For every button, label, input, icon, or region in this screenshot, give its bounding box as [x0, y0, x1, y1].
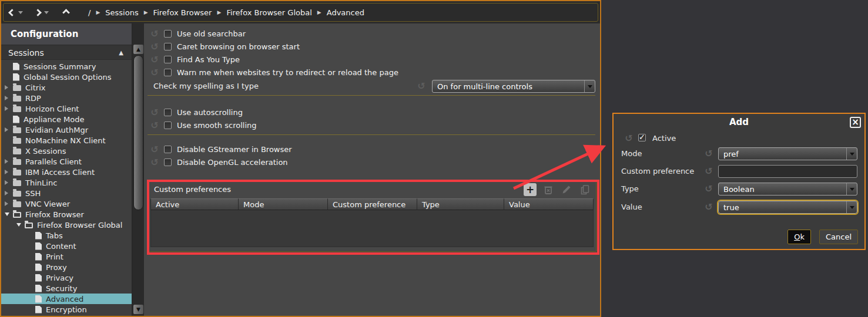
- revert-icon[interactable]: ↺: [415, 80, 427, 92]
- tree-item-ssh[interactable]: SSH: [1, 188, 132, 198]
- tree-item-nomachine-nx-client[interactable]: NoMachine NX Client: [1, 135, 132, 146]
- table-body-empty[interactable]: [150, 210, 594, 247]
- expand-arrow-icon[interactable]: [5, 127, 13, 132]
- scroll-down-button[interactable]: ▼: [133, 305, 143, 314]
- expand-arrow-icon[interactable]: [5, 170, 13, 174]
- separator: [148, 134, 595, 135]
- sidebar-scrollbar[interactable]: ▲ ▼: [132, 23, 144, 316]
- tree-item-sessions-summary[interactable]: Sessions Summary: [1, 61, 132, 72]
- close-icon: ×: [852, 117, 859, 127]
- tree-item-rdp[interactable]: RDP: [1, 93, 132, 103]
- folder-icon: [13, 85, 21, 91]
- spell-check-dropdown[interactable]: On for multi-line controls: [432, 80, 595, 93]
- revert-icon[interactable]: ↺: [149, 157, 160, 168]
- expand-arrow-icon[interactable]: [5, 191, 13, 195]
- tree-item-horizon-client[interactable]: Horizon Client: [1, 103, 132, 114]
- ok-button[interactable]: Ok: [787, 230, 811, 244]
- revert-icon[interactable]: ↺: [149, 67, 160, 78]
- caret-browsing-checkbox[interactable]: [164, 43, 172, 50]
- use-smooth-scrolling-checkbox[interactable]: [164, 122, 172, 129]
- collapse-arrow-icon[interactable]: [16, 223, 25, 227]
- dropdown-arrow-icon[interactable]: [846, 148, 857, 160]
- breadcrumb-root[interactable]: /: [88, 8, 91, 17]
- tree-item-firefox-browser-global[interactable]: Firefox Browser Global: [1, 220, 132, 230]
- expand-arrow-icon[interactable]: [5, 96, 13, 100]
- forward-button[interactable]: [35, 1, 49, 23]
- revert-icon[interactable]: ↺: [623, 133, 635, 144]
- revert-icon[interactable]: ↺: [703, 201, 715, 213]
- dropdown-arrow-icon[interactable]: [584, 80, 595, 92]
- tree-item-global-session-options[interactable]: Global Session Options: [1, 72, 132, 82]
- up-button[interactable]: [63, 1, 69, 23]
- sort-ascending-icon[interactable]: ▲: [119, 45, 123, 60]
- scroll-up-button[interactable]: ▲: [133, 45, 143, 54]
- copy-preference-button[interactable]: [578, 183, 591, 196]
- breadcrumb-item-firefox-browser-global[interactable]: Firefox Browser Global: [226, 8, 311, 17]
- tree-item-firefox-browser[interactable]: Firefox Browser: [1, 209, 132, 220]
- revert-icon[interactable]: ↺: [149, 144, 160, 155]
- delete-preference-button[interactable]: [542, 183, 555, 196]
- active-checkbox[interactable]: [638, 134, 646, 141]
- tree-item-parallels-client[interactable]: Parallels Client: [1, 156, 132, 167]
- expand-arrow-icon[interactable]: [5, 180, 13, 185]
- expand-arrow-icon[interactable]: [5, 85, 13, 90]
- tree-item-thinlinc[interactable]: ThinLinc: [1, 177, 132, 188]
- tree-item-x-sessions[interactable]: X Sessions: [1, 146, 132, 156]
- expand-arrow-icon[interactable]: [5, 106, 13, 111]
- tree-item-proxy[interactable]: Proxy: [1, 262, 132, 272]
- disable-opengl-checkbox[interactable]: [164, 158, 172, 166]
- folder-icon: [13, 180, 21, 186]
- revert-icon[interactable]: ↺: [703, 166, 715, 177]
- close-button[interactable]: ×: [850, 117, 861, 128]
- find-as-you-type-checkbox[interactable]: [164, 56, 172, 63]
- breadcrumb-item-sessions[interactable]: Sessions: [105, 8, 138, 17]
- tree-item-evidian-authmgr[interactable]: Evidian AuthMgr: [1, 124, 132, 135]
- expand-arrow-icon[interactable]: [5, 201, 13, 206]
- revert-icon[interactable]: ↺: [149, 41, 160, 52]
- expand-arrow-icon[interactable]: [5, 159, 13, 164]
- collapse-arrow-icon[interactable]: [5, 213, 13, 216]
- custom-preference-input[interactable]: [718, 165, 857, 178]
- revert-icon[interactable]: ↺: [149, 28, 160, 39]
- dialog-title: Add: [614, 117, 864, 127]
- revert-icon[interactable]: ↺: [149, 120, 160, 131]
- column-header-custom-preference[interactable]: Custom preference: [328, 198, 417, 210]
- tree-item-content[interactable]: Content: [1, 241, 132, 251]
- breadcrumb-item-firefox-browser[interactable]: Firefox Browser: [153, 8, 212, 17]
- tree-item-advanced[interactable]: Advanced: [1, 294, 132, 304]
- tree-item-print[interactable]: Print: [1, 251, 132, 262]
- value-dropdown[interactable]: true: [718, 201, 857, 214]
- column-header-active[interactable]: Active: [150, 198, 239, 210]
- type-dropdown[interactable]: Boolean: [718, 183, 857, 195]
- column-header-value[interactable]: Value: [504, 198, 594, 210]
- sidebar-group-header-sessions[interactable]: Sessions ▲: [1, 45, 132, 60]
- tree-item-appliance-mode[interactable]: Appliance Mode: [1, 114, 132, 124]
- mode-dropdown[interactable]: pref: [718, 147, 857, 160]
- revert-icon[interactable]: ↺: [149, 54, 160, 65]
- scrollbar-thumb[interactable]: [133, 55, 143, 210]
- sidebar-title: Configuration: [1, 23, 132, 45]
- cancel-button[interactable]: Cancel: [819, 230, 858, 244]
- disable-gstreamer-checkbox[interactable]: [164, 146, 172, 153]
- edit-preference-button[interactable]: [560, 183, 573, 196]
- warn-redirect-checkbox[interactable]: [164, 69, 172, 76]
- column-header-type[interactable]: Type: [417, 198, 504, 210]
- use-autoscrolling-checkbox[interactable]: [164, 109, 172, 116]
- tree-item-tabs[interactable]: Tabs: [1, 230, 132, 241]
- tree-item-privacy[interactable]: Privacy: [1, 272, 132, 283]
- use-old-searchbar-checkbox[interactable]: [164, 30, 172, 38]
- dropdown-arrow-icon[interactable]: [846, 201, 857, 213]
- breadcrumb-item-advanced[interactable]: Advanced: [327, 8, 364, 17]
- revert-icon[interactable]: ↺: [703, 183, 715, 194]
- tree-item-vnc-viewer[interactable]: VNC Viewer: [1, 198, 132, 209]
- tree-item-citrix[interactable]: Citrix: [1, 82, 132, 93]
- tree-item-ibm-iaccess-client[interactable]: IBM iAccess Client: [1, 167, 132, 177]
- dropdown-arrow-icon[interactable]: [846, 183, 857, 195]
- back-button[interactable]: [9, 1, 23, 23]
- add-preference-button[interactable]: +: [524, 183, 537, 196]
- revert-icon[interactable]: ↺: [149, 107, 160, 118]
- revert-icon[interactable]: ↺: [703, 148, 715, 159]
- tree-item-encryption[interactable]: Encryption: [1, 304, 132, 315]
- tree-item-security[interactable]: Security: [1, 283, 132, 294]
- column-header-mode[interactable]: Mode: [239, 198, 328, 210]
